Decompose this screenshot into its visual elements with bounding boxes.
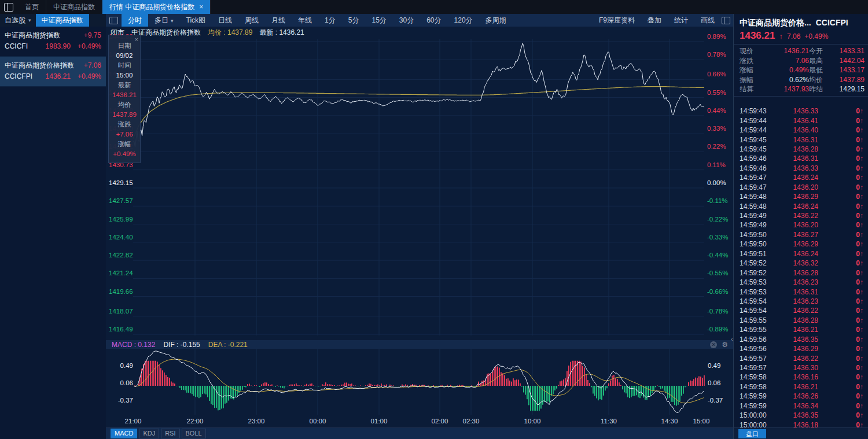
stat-label: 结算 — [740, 84, 759, 94]
period-button-0[interactable]: 分时 — [122, 14, 148, 27]
tooltip-value: 09/02 — [109, 51, 140, 61]
up-arrow-icon: ↑ — [860, 288, 863, 296]
trade-qty-value: 0 — [856, 136, 860, 144]
trade-qty-value: 0 — [856, 193, 860, 201]
stat-label: 现价 — [740, 46, 759, 56]
up-arrow-icon: ↑ — [860, 240, 863, 248]
period-button-7[interactable]: 1分 — [318, 14, 342, 27]
stock-pct: +0.49% — [78, 71, 101, 82]
period-button-9[interactable]: 15分 — [365, 14, 392, 27]
dea-value: DEA : -0.221 — [208, 341, 248, 349]
period-button-13[interactable]: 多周期 — [479, 14, 513, 27]
indicator-tab-kdj[interactable]: KDJ — [139, 429, 159, 438]
window-tab-1[interactable]: 中证商品指数 — [46, 0, 102, 14]
trade-row: 14:59:491436.200↑ — [740, 220, 863, 230]
panel-collapse-icon[interactable]: ‹ — [731, 335, 733, 342]
close-tab-icon[interactable]: × — [199, 3, 203, 11]
trade-row: 14:59:461436.310↑ — [740, 154, 863, 163]
tool-button-2[interactable]: 统计 — [674, 16, 688, 25]
trade-price: 1436.24 — [780, 250, 818, 258]
up-arrow-icon: ↑ — [860, 193, 863, 201]
window-tab-2[interactable]: 行情 中证商品期货价格指数× — [102, 0, 211, 14]
up-arrow-icon: ↑ — [860, 202, 863, 211]
trade-row: 14:59:481436.290↑ — [740, 192, 863, 201]
trade-row: 14:59:471436.200↑ — [740, 183, 863, 192]
trade-qty-value: 0 — [856, 335, 860, 344]
period-button-11[interactable]: 60分 — [420, 14, 447, 27]
up-arrow-icon: ↑ — [860, 316, 863, 324]
stock-name: 中证商品期货指数 — [5, 30, 60, 41]
trade-price: 1436.24 — [780, 202, 818, 211]
quote-footer: 盘口 — [734, 427, 868, 439]
trade-qty: 0↑ — [818, 364, 863, 372]
period-button-8[interactable]: 5分 — [342, 14, 366, 27]
watchlist-group-selector[interactable]: 自选股 ▾ — [0, 16, 36, 25]
trade-qty-value: 0 — [856, 297, 860, 305]
period-button-label: 多周期 — [486, 16, 506, 24]
watchlist-group-tab[interactable]: 中证商品指数 — [36, 14, 89, 27]
period-buttons: 分时多日▾Tick图日线周线月线年线1分5分15分30分60分120分多周期 — [122, 14, 513, 27]
watchlist-item-CCICFPI[interactable]: 中证商品期货价格指数+7.06CCICFPI1436.21+0.49% — [0, 57, 106, 87]
watchlist-item-CCICFI[interactable]: 中证商品期货指数+9.75CCICFI1983.90+0.49% — [0, 27, 106, 57]
tool-button-3[interactable]: 画线 — [701, 16, 715, 25]
trade-qty: 0↑ — [818, 164, 863, 172]
group-selector-label: 自选股 — [5, 16, 25, 25]
indicator-tab-rsi[interactable]: RSI — [161, 429, 179, 438]
tick-trade-list[interactable]: 14:59:431436.330↑14:59:441436.410↑14:59:… — [734, 106, 868, 428]
stock-pct: +0.49% — [78, 41, 101, 52]
period-button-1[interactable]: 多日▾ — [148, 14, 180, 27]
up-arrow-icon: ↑ — [860, 297, 863, 305]
period-button-10[interactable]: 30分 — [393, 14, 420, 27]
period-button-5[interactable]: 月线 — [265, 14, 292, 27]
trade-time: 14:59:44 — [740, 126, 780, 134]
period-button-4[interactable]: 周线 — [238, 14, 265, 27]
trade-qty: 0↑ — [818, 259, 863, 267]
indicator-tab-boll[interactable]: BOLL — [182, 429, 206, 438]
dif-value: DIF : -0.155 — [163, 341, 200, 349]
sidebar-toggle-icon[interactable] — [722, 17, 730, 24]
layout-panel-icon[interactable] — [109, 17, 118, 24]
close-icon[interactable]: × — [135, 36, 138, 43]
order-book-button[interactable]: 盘口 — [738, 429, 766, 438]
trade-price: 1436.21 — [780, 326, 818, 334]
trade-qty-value: 0 — [856, 126, 860, 134]
period-button-label: 多日 — [155, 16, 168, 24]
period-button-2[interactable]: Tick图 — [180, 14, 212, 27]
trade-qty: 0↑ — [818, 383, 863, 391]
tool-button-1[interactable]: 叠加 — [648, 16, 661, 25]
period-button-3[interactable]: 日线 — [212, 14, 238, 27]
tooltip-label: 涨幅 — [109, 139, 140, 149]
trade-row: 14:59:441436.400↑ — [740, 126, 863, 135]
watchlist-item-row: CCICFPI1436.21+0.49% — [5, 71, 101, 82]
gear-icon[interactable]: ⚙ — [722, 341, 728, 348]
chart-area[interactable]: 分时多日▾Tick图日线周线月线年线1分5分15分30分60分120分多周期 F… — [106, 14, 734, 439]
window-panel-icon[interactable] — [4, 3, 13, 12]
period-button-label: 15分 — [372, 16, 386, 24]
trade-qty-value: 0 — [856, 231, 860, 239]
trade-time: 14:59:56 — [740, 345, 780, 353]
trade-row: 14:59:451436.280↑ — [740, 145, 863, 154]
period-button-label: Tick图 — [186, 16, 206, 24]
trade-price: 1436.26 — [780, 392, 818, 400]
watchlist-header: 自选股 ▾ 中证商品指数 — [0, 14, 106, 27]
trade-time: 14:59:55 — [740, 316, 780, 324]
top-tabs: 首页中证商品指数行情 中证商品期货价格指数× — [18, 0, 211, 14]
tool-button-0[interactable]: F9深度资料 — [599, 16, 635, 25]
window-tab-0[interactable]: 首页 — [18, 0, 46, 14]
close-indicator-icon[interactable]: ✕ — [710, 341, 717, 348]
period-button-6[interactable]: 年线 — [292, 14, 318, 27]
trade-row: 14:59:501436.290↑ — [740, 239, 863, 249]
stock-name: 中证商品期货价格指数 — [5, 60, 74, 71]
trade-qty-value: 0 — [856, 164, 860, 172]
indicator-tab-macd[interactable]: MACD — [111, 429, 137, 438]
up-arrow-icon: ↑ — [860, 174, 863, 182]
quote-change: 7.06 — [787, 32, 800, 40]
period-button-12[interactable]: 120分 — [448, 14, 479, 27]
trade-price: 1436.41 — [780, 117, 818, 125]
trade-qty-value: 0 — [856, 345, 860, 353]
trade-time: 14:59:52 — [740, 269, 780, 277]
quote-title: 中证商品期货价格... CCICFPI — [734, 14, 868, 28]
trade-row: 14:59:491436.220↑ — [740, 211, 863, 220]
stock-code: CCICFPI — [5, 71, 46, 82]
trade-qty-value: 0 — [856, 402, 860, 410]
